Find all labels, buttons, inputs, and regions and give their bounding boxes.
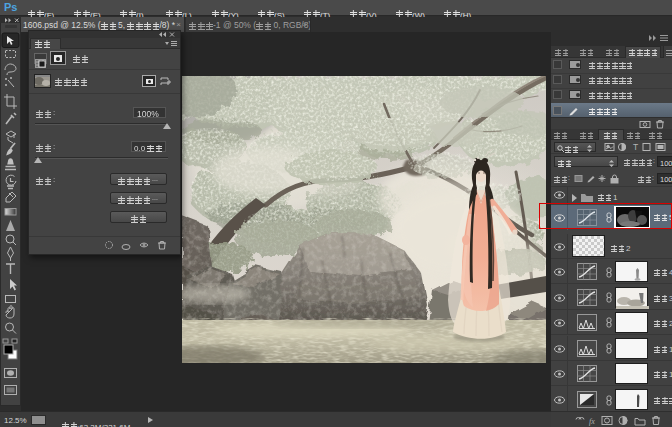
svg-text:fx: fx bbox=[589, 417, 595, 426]
svg-text:T: T bbox=[633, 142, 638, 152]
